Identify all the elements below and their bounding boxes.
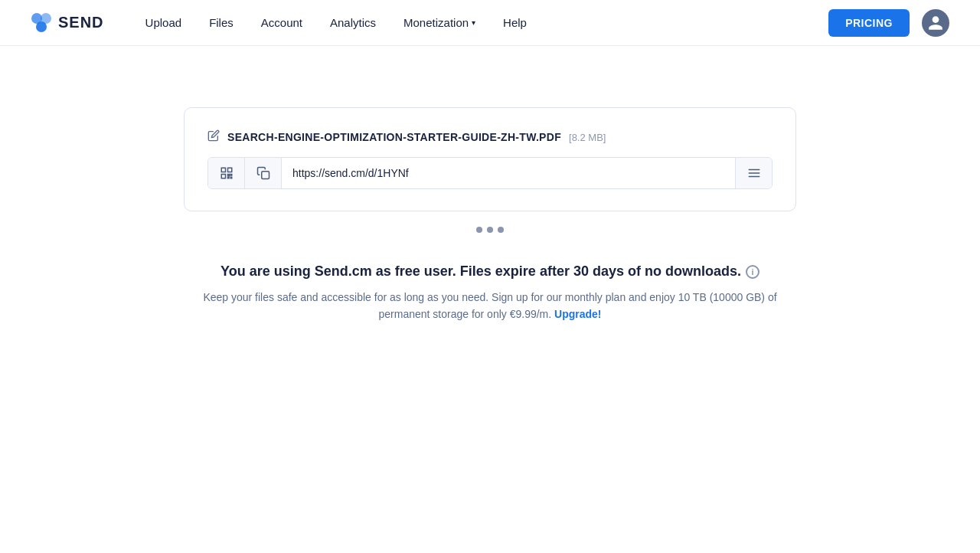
nav-files[interactable]: Files (198, 10, 244, 35)
url-input[interactable] (282, 158, 735, 188)
user-avatar[interactable] (922, 9, 949, 37)
svg-rect-7 (230, 175, 232, 176)
logo-icon (31, 12, 52, 34)
svg-rect-9 (230, 177, 232, 178)
dot-3 (498, 227, 504, 233)
dots-container (476, 227, 504, 233)
chevron-down-icon: ▾ (472, 18, 475, 27)
file-header: SEARCH-ENGINE-OPTIMIZATION-STARTER-GUIDE… (207, 129, 773, 145)
file-name: SEARCH-ENGINE-OPTIMIZATION-STARTER-GUIDE… (227, 131, 561, 143)
svg-rect-10 (261, 172, 269, 179)
info-icon[interactable]: i (746, 265, 760, 279)
svg-rect-8 (227, 177, 229, 178)
info-description: Keep your files safe and accessible for … (199, 289, 781, 323)
header-left: SEND Upload Files Account Analytics Mone… (31, 10, 537, 35)
main-content: SEARCH-ENGINE-OPTIMIZATION-STARTER-GUIDE… (0, 46, 980, 354)
info-title: You are using Send.cm as free user. File… (199, 263, 781, 280)
edit-icon[interactable] (207, 129, 220, 145)
file-actions (207, 157, 773, 189)
header: SEND Upload Files Account Analytics Mone… (0, 0, 980, 46)
qr-button[interactable] (208, 158, 245, 188)
qr-icon (220, 166, 234, 180)
main-nav: Upload Files Account Analytics Monetizat… (135, 10, 537, 35)
header-right: PRICING (828, 9, 949, 37)
dot-2 (487, 227, 493, 233)
logo-text: SEND (58, 14, 104, 31)
logo[interactable]: SEND (31, 12, 104, 34)
nav-upload[interactable]: Upload (135, 10, 193, 35)
nav-account[interactable]: Account (250, 10, 313, 35)
svg-rect-6 (227, 175, 229, 176)
file-size: [8.2 MB] (569, 132, 606, 143)
upgrade-link[interactable]: Upgrade! (554, 308, 601, 320)
pricing-button[interactable]: PRICING (828, 9, 910, 37)
copy-button[interactable] (245, 158, 282, 188)
copy-icon (256, 166, 270, 180)
svg-rect-5 (221, 175, 225, 178)
svg-rect-4 (227, 168, 231, 172)
user-icon (927, 15, 944, 31)
nav-analytics[interactable]: Analytics (319, 10, 387, 35)
svg-point-2 (36, 21, 47, 32)
nav-monetization[interactable]: Monetization ▾ (393, 10, 486, 35)
info-section: You are using Send.cm as free user. File… (199, 263, 781, 323)
svg-rect-3 (221, 168, 225, 172)
dot-1 (476, 227, 482, 233)
nav-help[interactable]: Help (492, 10, 537, 35)
menu-icon (747, 166, 761, 180)
menu-button[interactable] (735, 158, 772, 188)
file-card: SEARCH-ENGINE-OPTIMIZATION-STARTER-GUIDE… (184, 107, 796, 211)
